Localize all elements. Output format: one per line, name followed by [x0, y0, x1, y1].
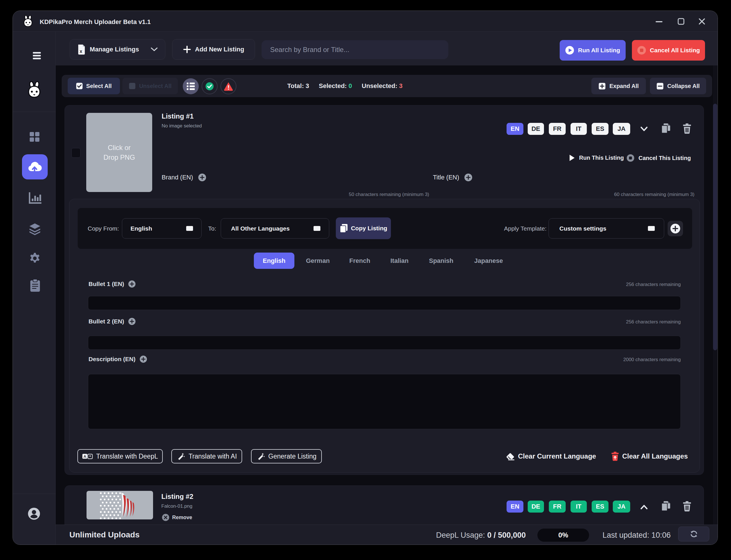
svg-text:x: x	[80, 49, 82, 54]
svg-text:A: A	[83, 454, 86, 459]
